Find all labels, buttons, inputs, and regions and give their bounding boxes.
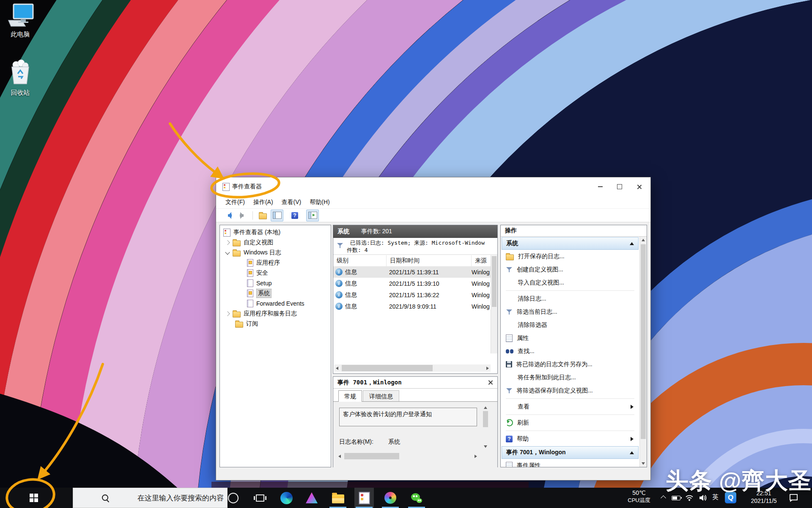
minimize-button[interactable]	[590, 177, 610, 196]
menu-action[interactable]: 操作(A)	[249, 197, 277, 208]
cpu-temp-widget[interactable]: 50℃ CPU温度	[623, 489, 655, 504]
action-attach-task[interactable]: 将任务附加到此日志...	[501, 371, 639, 384]
scroll-down-icon[interactable]	[484, 445, 487, 448]
event-row[interactable]: 信息 2021/11/5 11:39:10 Winlog	[333, 278, 497, 289]
action-properties[interactable]: 属性	[501, 331, 639, 345]
taskbar-wechat-button[interactable]	[407, 488, 426, 508]
back-button[interactable]	[222, 210, 235, 221]
binoculars-icon	[506, 348, 513, 354]
tree-item-apps-services-logs[interactable]: 应用程序和服务日志	[220, 309, 331, 319]
scrollbar-thumb[interactable]	[344, 453, 399, 459]
tab-general[interactable]: 常规	[338, 390, 362, 402]
event-row[interactable]: 信息 2021/11/5 11:39:11 Winlog	[333, 266, 497, 278]
taskbar-task-view-button[interactable]	[250, 488, 270, 508]
tree-item-system[interactable]: 系统	[220, 288, 331, 298]
event-list-vscrollbar[interactable]	[491, 255, 497, 353]
taskbar-event-viewer-button[interactable]	[354, 488, 374, 508]
detail-header: 事件 7001，Winlogon	[333, 377, 497, 389]
action-clear-filter[interactable]: 清除筛选器	[501, 318, 639, 331]
column-level[interactable]: 级别	[333, 255, 387, 266]
taskbar-app-button[interactable]	[302, 488, 321, 508]
info-icon	[335, 291, 343, 298]
scroll-down-icon[interactable]	[642, 462, 645, 465]
event-row[interactable]: 信息 2021/11/5 11:36:22 Winlog	[333, 289, 497, 301]
desktop-icon-label: 此电脑	[3, 30, 38, 39]
scroll-right-icon[interactable]	[486, 367, 489, 370]
action-filter-current-log[interactable]: 筛选当前日志...	[501, 305, 639, 318]
table-header-row: 级别 日期和时间 来源	[333, 255, 497, 267]
action-import-custom-view[interactable]: 导入自定义视图...	[501, 276, 639, 289]
log-icon	[247, 300, 253, 307]
tree-item-subscriptions[interactable]: 订阅	[220, 319, 331, 329]
scroll-up-icon[interactable]	[484, 406, 487, 409]
action-save-filter-to-view[interactable]: 将筛选器保存到自定义视图...	[501, 384, 639, 397]
taskbar-edge-button[interactable]	[277, 488, 296, 508]
action-open-saved-log[interactable]: 打开保存的日志...	[501, 250, 639, 263]
action-find[interactable]: 查找...	[501, 345, 639, 358]
tab-details[interactable]: 详细信息	[363, 390, 399, 402]
forward-button[interactable]	[236, 210, 249, 221]
close-button[interactable]	[629, 177, 649, 196]
collapse-icon[interactable]	[630, 451, 634, 454]
tree-item-security[interactable]: 安全	[220, 268, 331, 278]
close-detail-icon[interactable]	[488, 380, 493, 385]
tree-item-root[interactable]: 事件查看器 (本地)	[220, 227, 331, 237]
event-row[interactable]: 信息 2021/9/18 9:09:11 Winlog	[333, 301, 497, 312]
toggle-console-tree-button[interactable]	[271, 210, 283, 221]
action-create-custom-view[interactable]: 创建自定义视图...	[501, 263, 639, 276]
submenu-arrow-icon	[631, 405, 634, 409]
list-header-bar: 系统 事件数: 201	[333, 225, 497, 238]
action-refresh[interactable]: 刷新	[501, 416, 639, 429]
menu-view[interactable]: 查看(V)	[277, 197, 306, 208]
action-event-properties[interactable]: 事件属性	[501, 459, 639, 467]
taskbar-browser-button[interactable]	[381, 488, 400, 508]
scroll-up-icon[interactable]	[642, 239, 645, 241]
desktop-icon-this-pc[interactable]: 此电脑	[3, 3, 38, 39]
tree-item-application[interactable]: 应用程序	[220, 258, 331, 268]
action-view-submenu[interactable]: 查看	[501, 400, 639, 413]
scroll-right-icon[interactable]	[475, 455, 477, 458]
collapse-icon[interactable]	[630, 242, 634, 245]
detail-vscrollbar[interactable]	[482, 405, 489, 449]
wechat-icon	[411, 493, 422, 503]
title-bar[interactable]: 事件查看器	[216, 177, 650, 196]
list-log-name: 系统	[337, 228, 349, 235]
chevron-collapsed-icon[interactable]	[225, 311, 230, 316]
maximize-button[interactable]	[610, 177, 629, 196]
taskbar-search-box[interactable]	[73, 488, 228, 508]
chevron-collapsed-icon[interactable]	[225, 240, 230, 245]
tree-item-custom-views[interactable]: 自定义视图	[220, 237, 331, 248]
tree-item-windows-logs[interactable]: Windows 日志	[220, 248, 331, 258]
scrollbar-thumb[interactable]	[483, 411, 488, 427]
help-button[interactable]	[288, 210, 301, 221]
scrollbar-thumb[interactable]	[492, 256, 497, 307]
scroll-left-icon[interactable]	[338, 455, 341, 458]
actions-section-system[interactable]: 系统	[502, 237, 639, 250]
scrollbar-thumb[interactable]	[641, 244, 646, 439]
actions-vscrollbar[interactable]	[639, 237, 647, 467]
scrollbar-thumb[interactable]	[342, 365, 433, 371]
taskbar-cortana-button[interactable]	[223, 488, 243, 508]
taskbar-file-explorer-button[interactable]	[328, 488, 348, 508]
chevron-expanded-icon[interactable]	[225, 250, 230, 254]
action-help-submenu[interactable]: 帮助	[501, 432, 639, 445]
desktop-icon-recycle-bin[interactable]: 回收站	[3, 59, 38, 97]
window-title: 事件查看器	[232, 183, 262, 190]
scroll-left-icon[interactable]	[336, 367, 338, 370]
event-list-hscrollbar[interactable]	[334, 364, 491, 372]
actions-section-event[interactable]: 事件 7001，Winlogon	[502, 446, 639, 459]
tray-overflow-chevron-icon[interactable]	[661, 495, 666, 501]
action-save-filtered-log[interactable]: 将已筛选的日志文件另存为...	[501, 358, 639, 371]
column-datetime[interactable]: 日期和时间	[387, 255, 472, 266]
detail-hscrollbar[interactable]	[337, 453, 479, 460]
start-button[interactable]	[17, 488, 51, 508]
menu-help[interactable]: 帮助(H)	[305, 197, 334, 208]
tree-item-forwarded-events[interactable]: Forwarded Events	[220, 298, 331, 309]
menu-file[interactable]: 文件(F)	[221, 197, 249, 208]
actions-title: 操作	[501, 225, 647, 237]
tree-item-setup[interactable]: Setup	[220, 278, 331, 288]
search-input[interactable]	[137, 488, 225, 508]
action-clear-log[interactable]: 清除日志...	[501, 292, 639, 305]
open-saved-log-button[interactable]	[256, 210, 269, 221]
toggle-action-pane-button[interactable]	[306, 210, 319, 221]
